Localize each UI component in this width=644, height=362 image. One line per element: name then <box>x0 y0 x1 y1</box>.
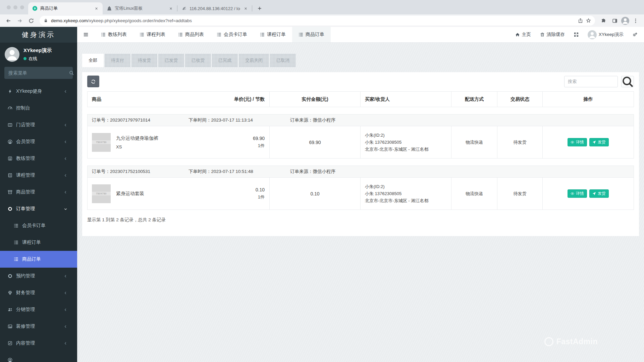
user-badge-icon <box>7 156 12 161</box>
online-status-dot <box>23 57 26 60</box>
sidebar-search-input[interactable] <box>8 70 69 76</box>
sidebar-item-财务管理[interactable]: 财务管理 <box>0 284 77 301</box>
order-item-row: 750X750九分运动健身瑜伽裤XS69.901件69.90小朱(ID:2)小朱… <box>88 126 634 158</box>
col-actions: 操作 <box>542 92 634 107</box>
clear-cache-button[interactable]: 清除缓存 <box>540 32 565 38</box>
baota-favicon-icon <box>107 6 112 11</box>
filter-tab-已取消[interactable]: 已取消 <box>270 54 296 67</box>
nav-tab-商品订单[interactable]: 商品订单 <box>292 27 331 42</box>
table-search-button[interactable] <box>621 76 634 87</box>
product-cell: 750X750九分运动健身瑜伽裤XS69.901件 <box>88 126 269 158</box>
eye-icon <box>571 140 574 144</box>
sidebar-subitem-会员卡订单[interactable]: 会员卡订单 <box>0 217 77 234</box>
header-user-menu[interactable]: XYkeep演示 <box>588 30 624 39</box>
filter-tab-待发货[interactable]: 待发货 <box>131 54 157 67</box>
paid-amount-cell: 0.10 <box>269 178 360 210</box>
close-window-icon[interactable] <box>7 5 11 9</box>
sidebar-item-内容管理[interactable]: 内容管理 <box>0 335 77 352</box>
sidebar-item-会员管理[interactable]: 会员管理 <box>0 133 77 150</box>
close-tab-icon[interactable] <box>94 6 99 11</box>
browser-tab[interactable]: 商品订单 <box>28 2 103 14</box>
sidebar-item-门店管理[interactable]: 门店管理 <box>0 117 77 133</box>
chevron-left-icon <box>63 140 68 144</box>
new-tab-button[interactable] <box>255 4 264 13</box>
sidebar-item-label: 分销管理 <box>16 307 35 313</box>
nav-tab-会员卡订单[interactable]: 会员卡订单 <box>210 27 254 42</box>
browser-profile-avatar[interactable] <box>621 17 629 25</box>
sidebar-subitem-label: 会员卡订单 <box>22 223 46 229</box>
chevron-left-icon <box>63 174 68 177</box>
back-icon[interactable] <box>3 16 13 26</box>
product-spec: XS <box>116 144 158 149</box>
sidebar-search <box>4 67 73 79</box>
ship-button[interactable]: 发货 <box>589 138 609 146</box>
columns-icon <box>7 123 12 127</box>
table-search-input[interactable] <box>564 76 618 87</box>
refresh-button[interactable] <box>87 76 99 87</box>
detail-button[interactable]: 详情 <box>568 138 587 146</box>
filter-tab-全部[interactable]: 全部 <box>82 54 104 67</box>
url-path: /xykeep.php/xykeep/goods.order/index?ref… <box>88 18 192 23</box>
filter-tab-交易关闭[interactable]: 交易关闭 <box>239 54 269 67</box>
browser-tab[interactable]: 116.204.88.136:40122 / localh <box>177 2 252 14</box>
bookmark-star-icon[interactable] <box>586 18 591 23</box>
close-tab-icon[interactable] <box>168 6 174 11</box>
browser-tab-title: 116.204.88.136:40122 / localh <box>190 6 240 11</box>
maximize-window-icon[interactable] <box>20 5 24 9</box>
search-icon <box>69 71 74 75</box>
settings-cogs-icon[interactable] <box>633 32 637 37</box>
ship-button[interactable]: 发货 <box>589 189 609 198</box>
sidebar-item-商品管理[interactable]: 商品管理 <box>0 184 77 200</box>
close-tab-icon[interactable] <box>243 6 249 11</box>
sidebar-item-课程管理[interactable]: 课程管理 <box>0 167 77 184</box>
buyer-cell: 小朱(ID:2)小朱 13762308505北京市-北京市-东城区 - 湘江名都 <box>360 126 451 158</box>
sidebar-item-控制台[interactable]: 控制台 <box>0 100 77 117</box>
nav-tab-商品列表[interactable]: 商品列表 <box>172 27 210 42</box>
sidebar-subitem-商品订单[interactable]: 商品订单 <box>0 251 77 268</box>
detail-button[interactable]: 详情 <box>568 189 587 198</box>
nav-tab-label: 课程订单 <box>267 32 286 38</box>
user-avatar <box>5 47 19 62</box>
browser-menu-kebab-icon[interactable] <box>631 16 641 26</box>
side-panel-icon[interactable] <box>610 16 620 26</box>
reload-icon[interactable] <box>26 16 36 26</box>
share-icon[interactable] <box>578 18 583 23</box>
sidebar-subitem-课程订单[interactable]: 课程订单 <box>0 234 77 251</box>
chevron-down-icon <box>63 207 68 211</box>
sidebar-item-装修管理[interactable]: 装修管理 <box>0 318 77 335</box>
status-cell: 待发货 <box>497 126 542 158</box>
home-icon <box>515 32 520 37</box>
sidebar-item[interactable] <box>0 352 77 362</box>
home-button[interactable]: 主页 <box>515 32 531 38</box>
sidebar-toggle-icon[interactable] <box>77 27 95 42</box>
sidebar-item-预约管理[interactable]: 预约管理 <box>0 268 77 284</box>
col-paid: 实付金额(元) <box>269 92 360 107</box>
browser-tab-strip: 商品订单宝塔Linux面板116.204.88.136:40122 / loca… <box>0 0 644 14</box>
address-bar[interactable]: demo.xykeep.com/xykeep.php/xykeep/goods.… <box>40 16 595 26</box>
gauge-icon <box>7 106 12 110</box>
sidebar-item-订单管理[interactable]: 订单管理 <box>0 200 77 217</box>
sidebar-item-教练管理[interactable]: 教练管理 <box>0 150 77 167</box>
nav-tab-课程订单[interactable]: 课程订单 <box>254 27 292 42</box>
minimize-window-icon[interactable] <box>13 5 17 9</box>
sidebar-item-XYkeep健身[interactable]: XYkeep健身 <box>0 83 77 100</box>
nav-tab-课程列表[interactable]: 课程列表 <box>133 27 172 42</box>
nav-tab-教练列表[interactable]: 教练列表 <box>95 27 133 42</box>
col-status: 交易状态 <box>497 92 542 107</box>
xykeep-favicon-icon <box>32 6 38 11</box>
fullscreen-icon[interactable] <box>574 32 579 37</box>
filter-tab-已发货[interactable]: 已发货 <box>158 54 184 67</box>
forward-icon[interactable] <box>15 16 25 26</box>
filter-tab-已完成[interactable]: 已完成 <box>212 54 238 67</box>
user-circle-icon <box>7 358 12 362</box>
browser-tab[interactable]: 宝塔Linux面板 <box>103 2 177 14</box>
buyer-cell: 小朱(ID:2)小朱 13762308505北京市-北京市-东城区 - 湘江名都 <box>360 178 451 210</box>
sidebar-subitem-label: 课程订单 <box>22 239 41 245</box>
window-controls <box>7 5 24 9</box>
col-product: 商品 <box>92 96 101 102</box>
sidebar-item-分销管理[interactable]: 分销管理 <box>0 301 77 318</box>
filter-tab-已收货[interactable]: 已收货 <box>185 54 211 67</box>
sidebar-item-label: 会员管理 <box>16 139 35 145</box>
extensions-puzzle-icon[interactable] <box>598 16 608 26</box>
filter-tab-待支付[interactable]: 待支付 <box>105 54 130 67</box>
